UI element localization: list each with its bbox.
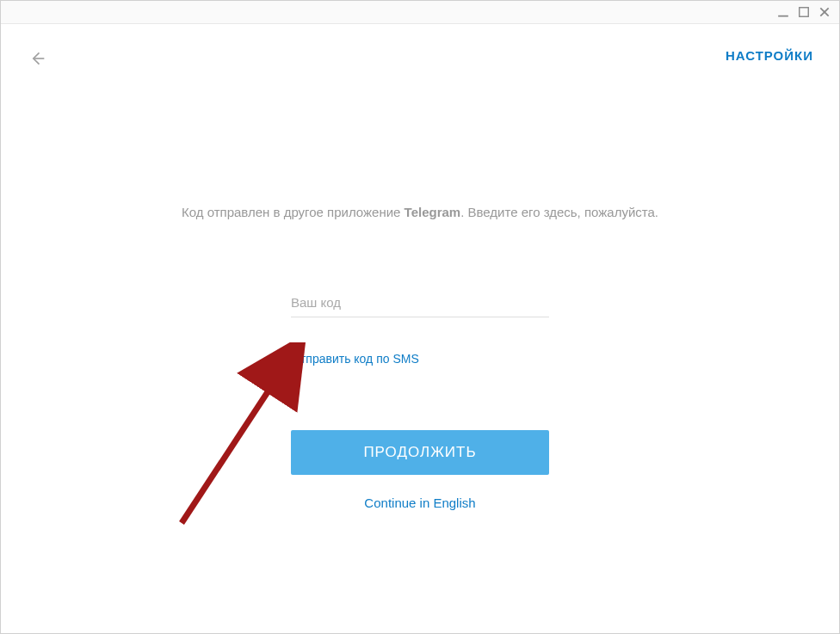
- instruction-text: Код отправлен в другое приложение Telegr…: [182, 205, 658, 219]
- code-input[interactable]: [291, 288, 549, 317]
- instruction-before: Код отправлен в другое приложение: [182, 205, 405, 219]
- minimize-button[interactable]: [777, 6, 789, 18]
- instruction-after: . Введите его здесь, пожалуйста.: [460, 205, 658, 219]
- continue-english-link[interactable]: Continue in English: [291, 496, 549, 510]
- svg-rect-1: [800, 8, 809, 17]
- send-sms-link[interactable]: Отправить код по SMS: [291, 352, 419, 366]
- close-button[interactable]: [818, 6, 831, 18]
- settings-link[interactable]: НАСТРОЙКИ: [726, 48, 813, 63]
- window-titlebar: [1, 1, 839, 23]
- instruction-app-name: Telegram: [405, 205, 461, 219]
- back-button[interactable]: [27, 48, 47, 69]
- continue-button[interactable]: ПРОДОЛЖИТЬ: [291, 430, 549, 475]
- maximize-button[interactable]: [798, 6, 810, 18]
